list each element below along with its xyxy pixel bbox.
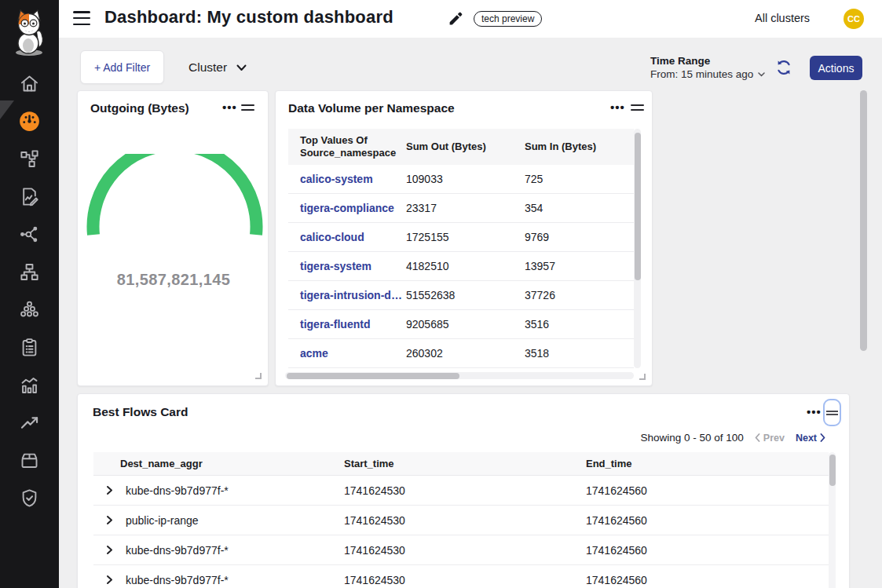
expand-row-icon[interactable] [104, 575, 115, 585]
start-time: 1741624530 [344, 514, 586, 527]
namespace-link[interactable]: tigera-intrusion-d… [300, 289, 402, 301]
namespace-link[interactable]: tigera-compliance [300, 202, 394, 214]
sum-out-value: 4182510 [406, 260, 525, 272]
end-time: 1741624560 [586, 574, 829, 586]
sidebar-item-dashboards[interactable] [19, 111, 40, 132]
table-vertical-scrollbar[interactable] [634, 129, 641, 368]
sum-out-value: 9205685 [406, 318, 525, 331]
sidebar-item-trends[interactable] [19, 412, 40, 433]
sum-out-value: 260302 [406, 347, 525, 360]
best-flows-card: Best Flows Card ••• Showing 0 - 50 of 10… [77, 393, 850, 588]
sum-in-value: 3518 [525, 347, 634, 360]
table-row: kube-dns-9b7d977f-* 1741624530 174162456… [93, 535, 829, 565]
card-menu-icon[interactable]: ••• [222, 102, 236, 113]
home-icon [19, 73, 40, 94]
refresh-icon[interactable] [774, 58, 793, 77]
table-row: tigera-system 4182510 13957 [288, 252, 634, 281]
end-time: 1741624560 [586, 514, 829, 527]
sum-in-value: 37726 [525, 289, 634, 301]
sidebar [0, 0, 59, 588]
page-vertical-scrollbar[interactable] [859, 90, 867, 585]
card-menu-icon[interactable]: ••• [807, 407, 821, 418]
namespace-link[interactable]: acme [300, 347, 328, 360]
menu-icon[interactable] [73, 11, 90, 26]
dest-name: public-ip-range [126, 514, 199, 527]
drag-handle-icon[interactable] [241, 104, 254, 111]
sidebar-item-compliance[interactable] [19, 337, 40, 358]
resize-handle[interactable] [639, 374, 646, 380]
start-time: 1741624530 [344, 484, 586, 497]
sidebar-active-indicator [0, 100, 14, 119]
pagination: Showing 0 - 50 of 100 Prev Next [640, 432, 825, 444]
outgoing-bytes-card: Outgoing (Bytes) ••• 81,587,821,145 [77, 90, 269, 386]
table-horizontal-scrollbar[interactable] [285, 372, 634, 379]
cluster-dropdown[interactable]: Cluster [188, 58, 247, 77]
dest-name: kube-dns-9b7d977f-* [126, 544, 229, 557]
namespace-link[interactable]: calico-system [300, 173, 373, 185]
table-row: kube-dns-9b7d977f-* 1741624530 174162456… [93, 565, 829, 588]
column-header: Sum Out (Bytes) [406, 141, 525, 153]
dest-name: kube-dns-9b7d977f-* [126, 574, 229, 586]
add-filter-button[interactable]: + Add Filter [80, 50, 164, 84]
table-row: acme 260302 3518 [288, 339, 634, 368]
column-header: Dest_name_aggr [93, 458, 344, 469]
avatar[interactable]: CC [844, 9, 864, 29]
end-time: 1741624560 [586, 484, 829, 497]
page: Dashboard: My custom dashboard tech prev… [0, 0, 882, 588]
table-row: kube-dns-9b7d977f-* 1741624530 174162456… [93, 476, 829, 506]
data-volume-card: Data Volume per Namespace ••• Top Values… [275, 90, 653, 386]
cluster-scope-selector[interactable]: All clusters [755, 12, 810, 24]
cluster-nodes-icon [19, 299, 40, 320]
sidebar-item-flow-visualization[interactable] [19, 224, 40, 245]
sidebar-item-home[interactable] [19, 73, 40, 94]
actions-button[interactable]: Actions [810, 56, 862, 80]
table-row: public-ip-range 1741624530 1741624560 [93, 506, 829, 535]
sum-in-value: 3516 [525, 318, 634, 331]
expand-row-icon[interactable] [104, 545, 115, 555]
trending-up-icon [19, 412, 40, 433]
document-edit-icon [19, 186, 40, 207]
dest-name: kube-dns-9b7d977f-* [126, 484, 229, 497]
table-vertical-scrollbar[interactable] [829, 452, 836, 588]
sidebar-item-policies[interactable] [19, 186, 40, 207]
sidebar-item-security[interactable] [19, 488, 40, 509]
cluster-dropdown-label: Cluster [188, 60, 227, 75]
sidebar-item-workloads[interactable] [19, 450, 40, 471]
pagination-summary: Showing 0 - 50 of 100 [640, 432, 743, 444]
dashboard-gauge-icon [19, 111, 40, 132]
table-row: tigera-compliance 23317 354 [288, 194, 634, 223]
card-title: Data Volume per Namespace [288, 101, 455, 115]
namespace-link[interactable]: calico-cloud [300, 231, 364, 243]
sum-in-value: 354 [525, 202, 634, 214]
sidebar-item-service-graph[interactable] [19, 148, 40, 170]
gauge-chart [78, 154, 269, 248]
next-page-button[interactable]: Next [796, 433, 825, 444]
resize-handle[interactable] [255, 373, 262, 379]
time-range-label: Time Range [650, 55, 765, 67]
drag-handle-focused[interactable] [823, 399, 841, 426]
edit-pencil-icon[interactable] [448, 10, 464, 27]
table-row: calico-system 109033 725 [288, 165, 634, 194]
sidebar-item-clusters[interactable] [19, 299, 40, 320]
drag-handle-icon[interactable] [631, 104, 644, 111]
package-box-icon [19, 450, 40, 471]
shield-check-icon [19, 488, 40, 509]
expand-row-icon[interactable] [104, 515, 115, 525]
chevron-left-icon [755, 433, 760, 442]
chevron-right-icon [820, 433, 825, 442]
table-row: calico-cloud 1725155 9769 [288, 223, 634, 252]
page-title: Dashboard: My custom dashboard [104, 7, 393, 27]
expand-row-icon[interactable] [104, 485, 115, 495]
namespace-link[interactable]: tigera-system [300, 260, 371, 272]
prev-page-button[interactable]: Prev [755, 433, 785, 444]
sum-out-value: 51552638 [406, 289, 525, 301]
sidebar-item-statistics[interactable] [19, 374, 40, 396]
card-menu-icon[interactable]: ••• [610, 102, 624, 113]
time-range-control[interactable]: Time Range From: 15 minutes ago [650, 55, 765, 80]
sidebar-item-network-topology[interactable] [19, 261, 40, 283]
calico-logo [9, 8, 50, 57]
column-header: Top Values Of Source_namespace [288, 134, 406, 160]
end-time: 1741624560 [586, 544, 829, 557]
table-row: tigera-fluentd 9205685 3516 [288, 310, 634, 339]
namespace-link[interactable]: tigera-fluentd [300, 318, 370, 331]
